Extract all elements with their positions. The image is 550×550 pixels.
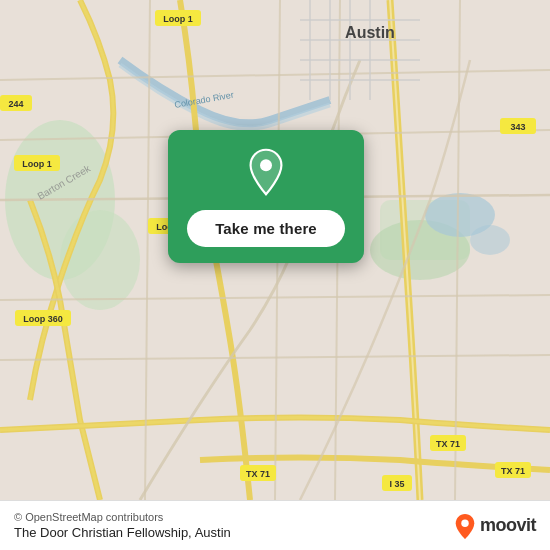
moovit-brand-text: moovit (480, 515, 536, 536)
svg-text:Austin: Austin (345, 24, 395, 41)
map-container: Barton Creek Loop 1 244 Loop 1 343 Loop … (0, 0, 550, 500)
svg-text:TX 71: TX 71 (436, 439, 460, 449)
bottom-bar: © OpenStreetMap contributors The Door Ch… (0, 500, 550, 550)
take-me-there-button[interactable]: Take me there (187, 210, 345, 247)
location-card: Take me there (168, 130, 364, 263)
location-pin-icon (242, 148, 290, 196)
svg-text:244: 244 (8, 99, 23, 109)
moovit-pin-icon (454, 513, 476, 539)
svg-text:Loop 1: Loop 1 (22, 159, 52, 169)
map-attribution: © OpenStreetMap contributors (14, 511, 231, 523)
svg-point-47 (260, 159, 272, 171)
location-label: The Door Christian Fellowship, Austin (14, 525, 231, 540)
svg-point-6 (470, 225, 510, 255)
svg-text:Loop 1: Loop 1 (163, 14, 193, 24)
svg-text:TX 71: TX 71 (501, 466, 525, 476)
svg-text:343: 343 (510, 122, 525, 132)
svg-text:I 35: I 35 (389, 479, 404, 489)
svg-text:Loop 360: Loop 360 (23, 314, 63, 324)
svg-point-2 (60, 210, 140, 310)
svg-text:TX 71: TX 71 (246, 469, 270, 479)
svg-point-48 (461, 519, 468, 526)
moovit-logo: moovit (454, 513, 536, 539)
